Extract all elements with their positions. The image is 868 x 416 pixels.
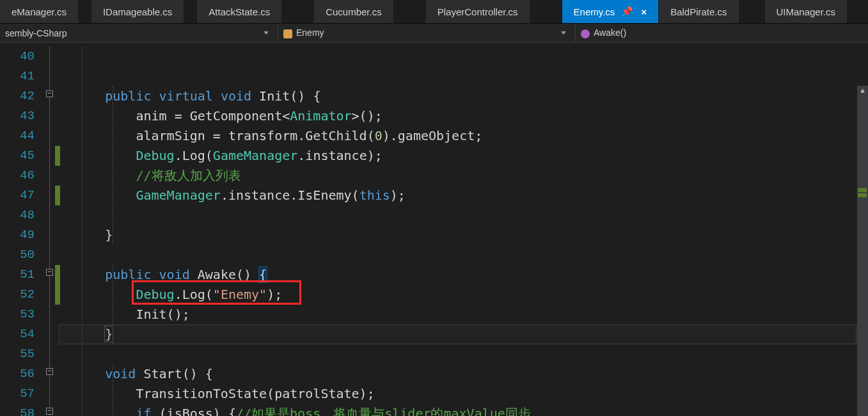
breadcrumb-class-label: Enemy xyxy=(296,28,324,38)
tab-playercontroller[interactable]: PlayerController.cs xyxy=(426,0,530,23)
code-line: Debug.Log(GameManager.instance); xyxy=(59,146,868,166)
tab-uimanager[interactable]: UIManager.cs xyxy=(765,0,848,23)
close-icon[interactable]: × xyxy=(641,6,647,17)
tab-label: BaldPirate.cs xyxy=(670,6,727,17)
line-gutter: 40414243444546474849505152535455565758 xyxy=(0,43,41,416)
breadcrumb-project-label: sembly-CSharp xyxy=(5,28,67,38)
tab-idamageable[interactable]: IDamageable.cs xyxy=(91,0,184,23)
code-line: Init(); xyxy=(59,305,868,324)
fold-line xyxy=(49,47,50,416)
editor[interactable]: 40414243444546474849505152535455565758 −… xyxy=(0,43,868,416)
code-line: Debug.Log("Enemy"); xyxy=(59,285,868,305)
code-line xyxy=(59,205,868,225)
code-line: public void Awake() { xyxy=(59,265,868,285)
method-icon xyxy=(581,29,590,38)
tab-enemy[interactable]: Enemy.cs 📌 × xyxy=(562,0,659,23)
breadcrumb-project[interactable]: sembly-CSharp xyxy=(0,24,278,42)
breadcrumb: sembly-CSharp Enemy Awake() xyxy=(0,24,868,43)
class-icon xyxy=(283,29,292,38)
fold-toggle-icon[interactable]: − xyxy=(46,408,53,415)
fold-toggle-icon[interactable]: − xyxy=(46,90,53,97)
tab-attackstate[interactable]: AttackState.cs xyxy=(197,0,282,23)
tab-baldpirate[interactable]: BaldPirate.cs xyxy=(659,0,739,23)
current-line-highlight xyxy=(59,324,856,344)
tab-label: IDamageable.cs xyxy=(103,6,172,17)
fold-column: − − − − xyxy=(41,43,59,416)
tab-label: Enemy.cs xyxy=(574,6,615,17)
code-line: } xyxy=(59,225,868,245)
code-line: //将敌人加入列表 xyxy=(59,166,868,186)
breadcrumb-class[interactable]: Enemy xyxy=(278,24,576,42)
breadcrumb-method[interactable]: Awake() xyxy=(576,24,868,42)
code-line: TransitionToState(patrolState); xyxy=(59,384,868,404)
tab-label: AttackState.cs xyxy=(209,6,270,17)
code-line: alarmSign = transform.GetChild(0).gameOb… xyxy=(59,126,868,146)
chevron-down-icon xyxy=(561,31,566,35)
pin-icon[interactable]: 📌 xyxy=(621,6,633,17)
code-line: anim = GetComponent<Animator>(); xyxy=(59,106,868,126)
code-area[interactable]: public virtual void Init() { anim = GetC… xyxy=(59,43,868,416)
code-line: public virtual void Init() { xyxy=(59,86,868,106)
code-line xyxy=(59,344,868,364)
breadcrumb-method-label: Awake() xyxy=(594,28,626,38)
tab-emanager[interactable]: eManager.cs xyxy=(0,0,79,23)
tab-bar: eManager.cs IDamageable.cs AttackState.c… xyxy=(0,0,868,24)
code-line xyxy=(59,245,868,265)
tab-label: Cucumber.cs xyxy=(326,6,382,17)
tab-label: UIManager.cs xyxy=(777,6,836,17)
fold-toggle-icon[interactable]: − xyxy=(46,269,53,276)
code-line: if (isBoss) {//如果是boss，将血量与slider的maxVal… xyxy=(59,404,868,416)
fold-toggle-icon[interactable]: − xyxy=(46,368,53,375)
tab-label: PlayerController.cs xyxy=(438,6,518,17)
code-line: GameManager.instance.IsEnemy(this); xyxy=(59,186,868,205)
code-line xyxy=(59,67,868,86)
scroll-map xyxy=(858,86,867,416)
tab-label: eManager.cs xyxy=(12,6,67,17)
code-line xyxy=(59,47,868,67)
tab-cucumber[interactable]: Cucumber.cs xyxy=(314,0,394,23)
code-line: void Start() { xyxy=(59,364,868,384)
chevron-down-icon xyxy=(264,31,269,35)
